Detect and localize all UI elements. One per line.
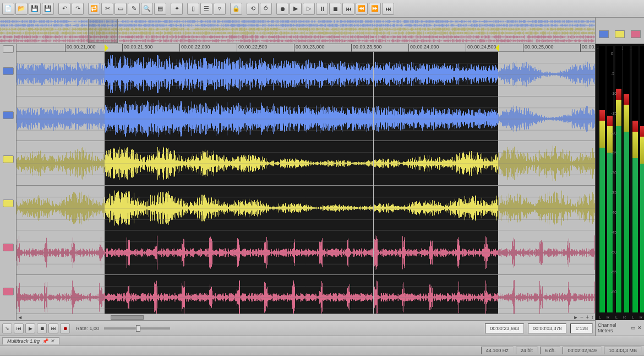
tab-pin-icon[interactable]: 📌 bbox=[42, 338, 48, 344]
playhead-cursor[interactable] bbox=[373, 52, 374, 320]
ruler-tick: 00:00:25 bbox=[580, 44, 595, 52]
transport-bar: ↘ ⏮ ▶ ⏹ ⏭ ⏺ Rate: 1,00 00:00:23,693 00:0… bbox=[0, 320, 595, 336]
magnify-icon[interactable]: 🔍 bbox=[141, 3, 153, 15]
ruler-tick: 00:00:25,000 bbox=[523, 44, 554, 52]
ruler-tick: 00:00:23,000 bbox=[294, 44, 325, 52]
rewind-icon[interactable]: ⏪ bbox=[356, 3, 368, 15]
track-1[interactable]: -6.0-Inf.-6.0 bbox=[17, 52, 595, 96]
edit-tool-icon[interactable]: ▤ bbox=[154, 3, 166, 15]
new-file-icon[interactable]: 📄 bbox=[2, 3, 14, 15]
track-4[interactable]: -6.0-Inf.-6.0 bbox=[17, 186, 595, 230]
stop-button[interactable]: ⏹ bbox=[37, 323, 47, 333]
ruler-tick: 00:00:21,500 bbox=[122, 44, 153, 52]
go-start-icon[interactable]: ⏮ bbox=[342, 3, 354, 15]
forward-icon[interactable]: ⏩ bbox=[369, 3, 381, 15]
overview-timeline[interactable] bbox=[0, 18, 595, 44]
rate-slider-knob[interactable] bbox=[136, 325, 140, 332]
ruler-tick: 00:00:22,500 bbox=[237, 44, 268, 52]
channel-meters-title: Channel Meters ▭ ✕ bbox=[595, 320, 644, 336]
undo-icon[interactable]: ↶ bbox=[58, 3, 70, 15]
meter-pair2-toggle[interactable] bbox=[615, 30, 625, 38]
repeat-icon[interactable]: 🔁 bbox=[88, 3, 100, 15]
track4-header[interactable] bbox=[3, 199, 14, 207]
marker-icon[interactable]: ▿ bbox=[214, 3, 226, 15]
save-icon[interactable]: 💾 bbox=[29, 3, 41, 15]
main-toolbar: 📄📂💾💾↶↷🔁✂▭✎🔍▤✦▯☰▿🔒⟲⥀⏺▶▷⏸⏹⏮⏪⏩⏭ bbox=[0, 0, 644, 18]
cursor-time-display[interactable]: 00:00:23,693 bbox=[485, 323, 524, 333]
pencil-icon[interactable]: ✎ bbox=[128, 3, 140, 15]
meters-toggle-row bbox=[595, 18, 644, 44]
lock-icon[interactable]: 🔒 bbox=[230, 3, 242, 15]
tab-close-icon[interactable]: ✕ bbox=[50, 338, 54, 344]
ruler-tick: 00:00:22,000 bbox=[179, 44, 210, 52]
playlist-icon[interactable]: ☰ bbox=[200, 3, 212, 15]
meter-bar-6 bbox=[640, 46, 644, 312]
meters-undock-icon[interactable]: ▭ bbox=[631, 325, 636, 331]
scrollbar-thumb[interactable] bbox=[111, 315, 144, 320]
play-all-icon[interactable]: ▷ bbox=[303, 3, 315, 15]
selection-length-display[interactable]: 00:00:03,378 bbox=[528, 323, 567, 333]
redo-icon[interactable]: ↷ bbox=[72, 3, 84, 15]
selection-start-marker[interactable] bbox=[105, 44, 108, 52]
meter-bar-4 bbox=[623, 46, 630, 312]
play-button[interactable]: ▶ bbox=[25, 323, 35, 333]
rate-value: 1,00 bbox=[90, 326, 100, 331]
loop-icon[interactable]: ⟲ bbox=[247, 3, 259, 15]
zoom-in-time-icon[interactable]: + bbox=[586, 314, 589, 320]
meter-bar-1 bbox=[599, 46, 605, 312]
track6-header[interactable] bbox=[3, 288, 14, 295]
status-channels: 6 ch. bbox=[540, 347, 561, 354]
track-3[interactable]: -6.0-Inf.-6.0 bbox=[17, 141, 595, 186]
track-5[interactable]: -6.0-Inf.-6.0 bbox=[17, 230, 595, 275]
cursor-mode-button[interactable]: ↘ bbox=[2, 323, 12, 333]
play-icon[interactable]: ▶ bbox=[290, 3, 302, 15]
go-start-button[interactable]: ⏮ bbox=[14, 323, 24, 333]
record-button[interactable]: ⏺ bbox=[60, 323, 70, 333]
record-icon[interactable]: ⏺ bbox=[276, 3, 288, 15]
ruler-tick: 00:00:21,000 bbox=[65, 44, 96, 52]
track1-header[interactable] bbox=[3, 67, 14, 75]
track5-header[interactable] bbox=[3, 244, 14, 251]
status-duration: 00:02:02,949 bbox=[563, 347, 602, 354]
track3-header[interactable] bbox=[3, 155, 14, 163]
zoom-vert-icon[interactable]: ↕ bbox=[591, 314, 594, 320]
track2-header[interactable] bbox=[3, 111, 14, 119]
stop-icon[interactable]: ⏹ bbox=[329, 3, 341, 15]
status-bar: 44.100 Hz 24 bit 6 ch. 00:02:02,949 10.4… bbox=[0, 346, 644, 355]
status-bit-depth: 24 bit bbox=[516, 347, 538, 354]
track-6[interactable]: -6.0-Inf.-6.0 bbox=[17, 275, 595, 320]
file-tab-multitrack1[interactable]: Multitrack 1.frg 📌 ✕ bbox=[2, 337, 59, 344]
meters-close-icon[interactable]: ✕ bbox=[637, 325, 642, 331]
track-2[interactable]: -6.0-Inf.-6.0 bbox=[17, 96, 595, 141]
overview-selection[interactable] bbox=[88, 19, 118, 43]
waveform-area[interactable]: 00:00:21,00000:00:21,50000:00:22,00000:0… bbox=[17, 44, 595, 320]
file-tabs: Multitrack 1.frg 📌 ✕ bbox=[0, 336, 644, 346]
rate-label: Rate: bbox=[76, 326, 88, 331]
event-icon[interactable]: ▭ bbox=[114, 3, 127, 15]
gutter-options-button[interactable] bbox=[3, 45, 14, 53]
pause-icon[interactable]: ⏸ bbox=[316, 3, 328, 15]
go-end-button[interactable]: ⏭ bbox=[48, 323, 58, 333]
loop-region-icon[interactable]: ⥀ bbox=[260, 3, 272, 15]
ruler-tick: 00:00:24,500 bbox=[466, 44, 496, 52]
ruler-tick: 00:00:24,000 bbox=[408, 44, 439, 52]
meter-pair3-toggle[interactable] bbox=[631, 30, 641, 38]
plugin-icon[interactable]: ✦ bbox=[171, 3, 183, 15]
rate-slider[interactable] bbox=[104, 327, 170, 330]
go-end-icon[interactable]: ⏭ bbox=[382, 3, 394, 15]
zoom-out-time-icon[interactable]: − bbox=[580, 314, 583, 320]
time-ruler[interactable]: 00:00:21,00000:00:21,50000:00:22,00000:0… bbox=[17, 44, 595, 52]
regions-icon[interactable]: ▯ bbox=[187, 3, 199, 15]
channel-meters: -3.1-3-1.1-1.1-- LRLRLR0-5-10-15-20-25-3… bbox=[595, 44, 644, 320]
trim-icon[interactable]: ✂ bbox=[101, 3, 113, 15]
horizontal-scrollbar[interactable]: ◄ ► − + ↕ bbox=[17, 314, 595, 320]
ruler-tick: 00:00:23,500 bbox=[351, 44, 382, 52]
meter-pair1-toggle[interactable] bbox=[599, 30, 609, 38]
status-file-size: 10.433,3 MB bbox=[604, 347, 642, 354]
track-gutter bbox=[0, 44, 17, 320]
status-sample-rate: 44.100 Hz bbox=[481, 347, 514, 354]
open-file-icon[interactable]: 📂 bbox=[15, 3, 28, 15]
meter-bar-5 bbox=[632, 46, 638, 312]
zoom-ratio-display[interactable]: 1:128 bbox=[570, 323, 593, 333]
save-as-icon[interactable]: 💾 bbox=[42, 3, 54, 15]
